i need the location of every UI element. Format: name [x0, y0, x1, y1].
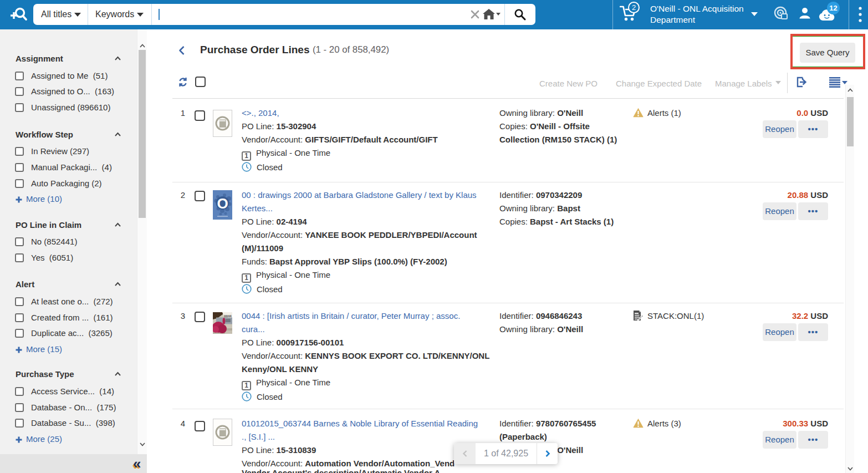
svg-text:0044: 0044: [224, 314, 232, 318]
svg-text:O: O: [217, 195, 228, 212]
